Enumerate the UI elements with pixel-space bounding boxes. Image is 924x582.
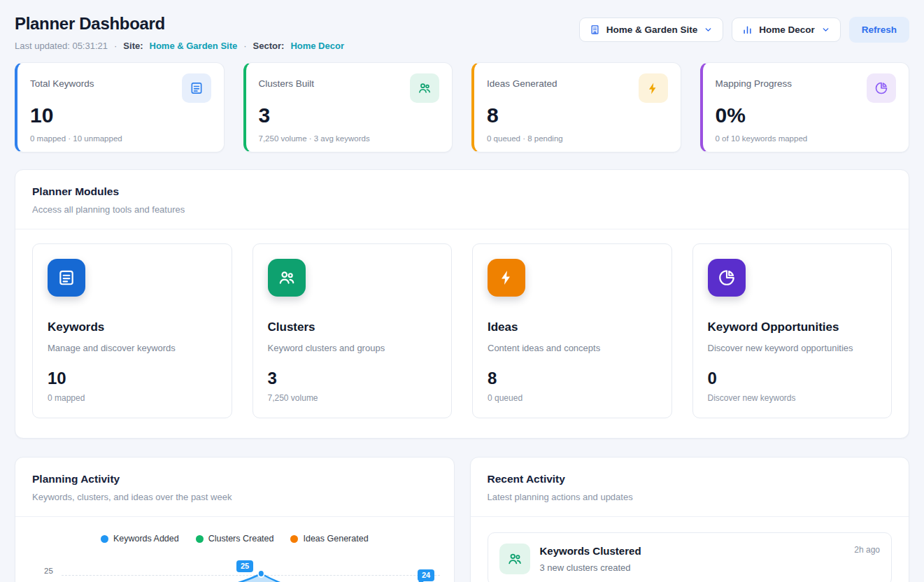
sector-label: Sector: (253, 41, 285, 51)
module-description: Content ideas and concepts (488, 343, 657, 353)
document-lines-icon (182, 73, 211, 103)
planning-activity-subtitle: Keywords, clusters, and ideas over the p… (32, 492, 437, 502)
sector-link[interactable]: Home Decor (290, 41, 344, 51)
stat-detail: 0 mapped · 10 unmapped (30, 134, 211, 143)
planner-dashboard-page: Planner Dashboard Last updated: 05:31:21… (0, 0, 924, 582)
meta-dot: · (243, 41, 246, 51)
activity-list: Keywords Clustered 3 new clusters create… (471, 517, 909, 582)
activity-item: Keywords Clustered 3 new clusters create… (488, 532, 893, 582)
bottom-row: Planning Activity Keywords, clusters, an… (15, 457, 909, 582)
stat-label: Clusters Built (259, 73, 315, 89)
module-detail: 0 mapped (48, 393, 217, 403)
legend-item-ideas-generated: Ideas Generated (290, 534, 368, 544)
activity-description: 3 new clusters created (540, 562, 845, 573)
activity-title: Keywords Clustered (540, 545, 845, 557)
module-value: 10 (48, 369, 217, 388)
module-card-keyword-opportunities[interactable]: Keyword Opportunities Discover new keywo… (692, 243, 893, 418)
legend-label: Clusters Created (208, 534, 274, 544)
module-value: 3 (268, 369, 437, 388)
users-icon (410, 73, 439, 103)
module-detail: Discover new keywords (708, 393, 877, 403)
header-left: Planner Dashboard Last updated: 05:31:21… (15, 14, 344, 51)
site-dropdown[interactable]: Home & Garden Site (579, 17, 724, 42)
module-detail: 0 queued (488, 393, 657, 403)
pie-chart-icon (867, 73, 896, 103)
site-dropdown-label: Home & Garden Site (606, 24, 698, 35)
stat-label: Total Keywords (30, 73, 94, 89)
users-icon (268, 259, 306, 297)
page-title: Planner Dashboard (15, 14, 344, 34)
stats-row: Total Keywords 10 0 mapped · 10 unmapped… (15, 62, 909, 152)
stat-detail: 0 of 10 keywords mapped (716, 134, 897, 143)
bolt-icon (488, 259, 525, 297)
stat-label: Mapping Progress (716, 73, 792, 89)
legend-label: Keywords Added (113, 534, 179, 544)
stat-card-clusters-built: Clusters Built 3 7,250 volume · 3 avg ke… (243, 62, 453, 152)
stat-card-ideas-generated: Ideas Generated 8 0 queued · 8 pending (471, 62, 681, 152)
bar-chart-icon (742, 24, 753, 35)
legend-dot (290, 535, 298, 543)
activity-timestamp: 2h ago (854, 544, 880, 555)
sector-dropdown[interactable]: Home Decor (732, 17, 841, 42)
recent-activity-title: Recent Activity (488, 473, 893, 485)
planning-activity-chart: 25 25 24 (27, 552, 443, 582)
legend-item-clusters-created: Clusters Created (196, 534, 274, 544)
header-actions: Home & Garden Site Home Decor Refresh (579, 17, 909, 43)
meta-dot: · (114, 41, 117, 51)
divider (15, 516, 454, 517)
document-lines-icon (48, 259, 85, 297)
bolt-icon (639, 73, 668, 103)
stat-label: Ideas Generated (487, 73, 557, 89)
data-point-label: 25 (236, 560, 253, 572)
legend-label: Ideas Generated (303, 534, 368, 544)
stat-value: 3 (259, 104, 440, 127)
site-link[interactable]: Home & Garden Site (150, 41, 238, 51)
chart-legend: Keywords Added Clusters Created Ideas Ge… (15, 534, 454, 544)
planning-activity-panel: Planning Activity Keywords, clusters, an… (15, 457, 455, 582)
module-value: 0 (708, 369, 877, 388)
modules-grid: Keywords Manage and discover keywords 10… (15, 229, 909, 438)
legend-item-keywords-added: Keywords Added (101, 534, 179, 544)
module-detail: 7,250 volume (268, 393, 437, 403)
recent-activity-panel: Recent Activity Latest planning actions … (470, 457, 910, 582)
stat-detail: 7,250 volume · 3 avg keywords (259, 134, 440, 143)
legend-dot (101, 535, 108, 543)
module-title: Ideas (488, 320, 657, 334)
refresh-button[interactable]: Refresh (849, 17, 909, 43)
module-description: Manage and discover keywords (48, 343, 217, 353)
planning-activity-title: Planning Activity (32, 473, 437, 485)
stat-card-mapping-progress: Mapping Progress 0% 0 of 10 keywords map… (700, 62, 910, 152)
activity-body: Keywords Clustered 3 new clusters create… (540, 544, 845, 573)
header-meta: Last updated: 05:31:21 · Site: Home & Ga… (15, 41, 344, 51)
stat-card-total-keywords: Total Keywords 10 0 mapped · 10 unmapped (15, 62, 225, 152)
module-title: Keyword Opportunities (708, 320, 877, 334)
stat-detail: 0 queued · 8 pending (487, 134, 668, 143)
sector-dropdown-label: Home Decor (759, 24, 815, 35)
data-point-label: 24 (418, 569, 434, 581)
legend-dot (196, 535, 204, 543)
stat-value: 10 (30, 104, 211, 127)
chevron-down-icon (704, 25, 713, 34)
pie-chart-icon (708, 259, 746, 297)
module-title: Keywords (48, 320, 217, 334)
chevron-down-icon (821, 25, 830, 34)
module-card-keywords[interactable]: Keywords Manage and discover keywords 10… (32, 243, 232, 418)
stat-value: 8 (487, 104, 668, 127)
module-value: 8 (488, 369, 657, 388)
planner-modules-panel: Planner Modules Access all planning tool… (15, 169, 909, 439)
recent-activity-subtitle: Latest planning actions and updates (488, 492, 893, 502)
site-label: Site: (123, 41, 143, 51)
module-card-clusters[interactable]: Clusters Keyword clusters and groups 3 7… (253, 243, 453, 418)
module-description: Keyword clusters and groups (268, 343, 437, 353)
y-axis-tick: 25 (44, 567, 53, 575)
users-icon (499, 544, 530, 574)
module-description: Discover new keyword opportunities (708, 343, 877, 353)
modules-subtitle: Access all planning tools and features (32, 204, 892, 215)
module-title: Clusters (268, 320, 437, 334)
header: Planner Dashboard Last updated: 05:31:21… (15, 14, 909, 51)
building-icon (590, 24, 600, 35)
last-updated-text: Last updated: 05:31:21 (15, 41, 108, 51)
stat-value: 0% (716, 104, 897, 127)
modules-title: Planner Modules (32, 185, 892, 198)
module-card-ideas[interactable]: Ideas Content ideas and concepts 8 0 que… (472, 243, 672, 418)
